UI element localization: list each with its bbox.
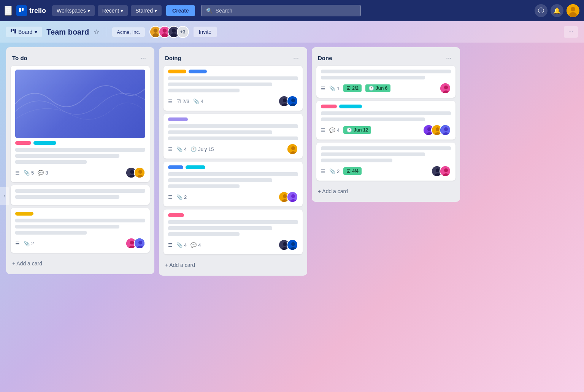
invite-button[interactable]: Invite (194, 27, 217, 37)
info-icon: ⓘ (538, 7, 544, 15)
card-desc-icon: ☰ (168, 146, 173, 152)
info-button[interactable]: ⓘ (535, 4, 548, 17)
svg-point-30 (283, 98, 287, 102)
recent-menu[interactable]: Recent ▾ (98, 5, 128, 16)
card-text-line (15, 148, 145, 152)
list-doing-menu[interactable]: ··· (291, 53, 301, 63)
create-button[interactable]: Create (166, 5, 195, 16)
card-doing-2[interactable]: ☰ 📎4 🕐 July 15 (163, 114, 303, 159)
divider (106, 27, 106, 37)
list-todo: To do ··· (6, 47, 154, 274)
starred-menu[interactable]: Starred ▾ (131, 5, 162, 16)
card-text-line (168, 232, 240, 236)
svg-point-21 (138, 170, 142, 174)
svg-point-42 (291, 194, 295, 198)
card-avatars (278, 239, 298, 251)
user-avatar[interactable] (567, 4, 579, 17)
card-todo-2[interactable] (11, 185, 150, 205)
svg-rect-0 (19, 8, 21, 12)
svg-rect-1 (22, 8, 24, 11)
list-doing-title: Doing (165, 55, 181, 61)
card-text-line (168, 220, 298, 224)
label-cyan (186, 165, 205, 169)
checklist-icon: ☑ (176, 98, 181, 104)
member-count-badge[interactable]: +3 (177, 26, 189, 38)
sidebar-toggle[interactable]: › (0, 187, 9, 205)
svg-point-63 (436, 168, 440, 172)
card-desc-icon: ☰ (15, 170, 20, 176)
label-yellow (15, 212, 33, 216)
list-done-title: Done (318, 55, 332, 61)
card-done-3[interactable]: ☰ 📎2 ☑ 4/4 (316, 143, 455, 181)
card-avatar (287, 191, 298, 203)
svg-point-33 (291, 98, 295, 102)
card-comments: 💬4 (329, 127, 340, 133)
card-footer-left: ☰ 💬4 🕐 Jun 12 (321, 126, 419, 134)
card-due-date: 🕐 July 15 (190, 146, 214, 152)
card-attachments: 📎2 (176, 194, 187, 200)
card-labels (168, 70, 298, 73)
card-attachments: 📎5 (24, 170, 34, 176)
star-button[interactable]: ☆ (94, 28, 100, 36)
card-text-line (321, 159, 392, 162)
trello-logo[interactable]: trello (16, 5, 46, 16)
card-avatar (440, 124, 451, 136)
card-done-1[interactable]: ☰ 📎1 ☑ 2/2 🕐 Jun 6 (316, 66, 455, 98)
card-avatar (440, 83, 451, 94)
board-view-button[interactable]: Board ▾ (6, 27, 42, 37)
list-done-menu[interactable]: ··· (444, 53, 454, 63)
list-todo-menu[interactable]: ··· (138, 53, 148, 63)
card-avatar (287, 95, 298, 107)
checklist-badge-icon: ☑ (346, 168, 351, 174)
workspace-chip[interactable]: Acme, Inc. (112, 27, 144, 37)
card-desc-icon: ☰ (321, 168, 325, 174)
card-todo-3[interactable]: ☰ 📎2 (11, 208, 150, 253)
label-cyan (33, 141, 56, 145)
add-card-todo[interactable]: + Add a card (11, 257, 150, 270)
svg-point-39 (283, 194, 287, 198)
card-text-line (321, 146, 451, 150)
svg-point-9 (153, 29, 157, 33)
card-text-line (321, 76, 425, 79)
member-avatars: +3 (149, 26, 189, 38)
svg-point-18 (130, 170, 134, 174)
search-box[interactable]: 🔍 (201, 5, 361, 16)
search-input[interactable] (216, 8, 356, 14)
card-avatar (134, 167, 145, 178)
card-done-2[interactable]: ☰ 💬4 🕐 Jun 12 (316, 101, 455, 140)
card-footer-left: ☰ ☑2/3 📎4 (168, 98, 275, 104)
card-footer-left: ☰ 📎2 (168, 194, 275, 200)
card-comments: 💬4 (190, 242, 201, 248)
card-text-line (321, 152, 425, 156)
attachment-icon: 📎 (176, 146, 182, 152)
comment-icon: 💬 (38, 170, 44, 176)
label-blue (189, 70, 207, 73)
grid-icon[interactable]: ⊞ (5, 6, 12, 16)
label-orange (168, 70, 186, 73)
list-done: Done ··· ☰ 📎1 ☑ 2/2 🕐 (312, 47, 460, 202)
svg-point-36 (291, 146, 295, 150)
card-doing-3[interactable]: ☰ 📎2 (163, 162, 303, 206)
add-card-done[interactable]: + Add a card (316, 185, 455, 197)
board-header: Board ▾ Team board ☆ Acme, Inc. +3 Invit… (0, 21, 584, 43)
card-footer: ☰ 📎2 ☑ 4/4 (321, 165, 451, 177)
card-doing-4[interactable]: ☰ 📎4 💬4 (163, 209, 303, 254)
svg-point-60 (444, 127, 448, 131)
add-card-doing[interactable]: + Add a card (163, 259, 303, 271)
workspaces-menu[interactable]: Workspaces ▾ (52, 5, 95, 16)
card-avatars (125, 238, 145, 249)
card-todo-1[interactable]: ☰ 📎5 💬3 (11, 66, 150, 182)
svg-point-13 (162, 33, 168, 38)
notifications-button[interactable]: 🔔 (551, 4, 563, 17)
label-pink (15, 141, 31, 145)
svg-point-16 (171, 33, 177, 38)
card-desc-icon: ☰ (321, 127, 325, 133)
more-options-button[interactable]: ··· (564, 26, 578, 38)
card-footer: ☰ 📎4 💬4 (168, 239, 298, 251)
card-attachments: 📎4 (193, 98, 203, 104)
card-doing-1[interactable]: ☰ ☑2/3 📎4 (163, 66, 303, 111)
clock-badge-icon: 🕐 (368, 86, 374, 91)
due-badge: 🕐 Jun 6 (365, 84, 390, 92)
attachment-icon: 📎 (329, 168, 335, 174)
card-footer: ☰ 📎4 🕐 July 15 (168, 143, 298, 155)
